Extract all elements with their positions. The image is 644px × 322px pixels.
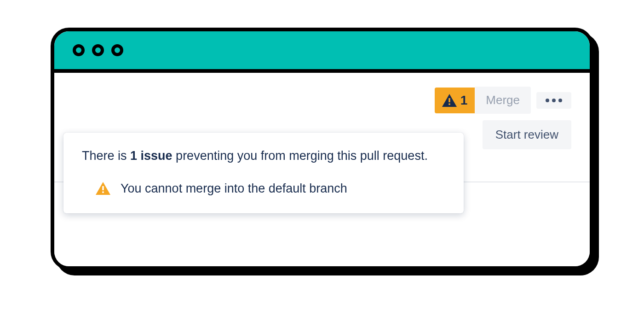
warning-count: 1: [460, 93, 468, 108]
popover-heading-suffix: preventing you from merging this pull re…: [172, 149, 428, 163]
more-actions-button[interactable]: [536, 92, 571, 109]
ellipsis-icon: [546, 99, 562, 102]
issue-text: You cannot merge into the default branch: [121, 181, 347, 196]
popover-heading-bold: 1 issue: [130, 149, 172, 163]
start-review-button[interactable]: Start review: [483, 120, 571, 149]
window-title-bar: [54, 31, 590, 73]
window-body: 1 Merge Start review There is 1 issue pr…: [54, 73, 590, 266]
warning-icon: [96, 182, 110, 195]
merge-warning-badge[interactable]: 1: [435, 88, 475, 113]
svg-rect-1: [448, 103, 450, 105]
svg-rect-0: [448, 98, 450, 102]
traffic-light-dot: [92, 44, 104, 56]
merge-button[interactable]: Merge: [475, 87, 531, 114]
popover-heading-prefix: There is: [82, 149, 130, 163]
issue-row: You cannot merge into the default branch: [82, 181, 445, 196]
merge-issues-popover: There is 1 issue preventing you from mer…: [63, 133, 464, 213]
svg-rect-3: [102, 192, 104, 193]
svg-rect-2: [102, 186, 104, 190]
traffic-light-dot: [73, 44, 85, 56]
popover-heading: There is 1 issue preventing you from mer…: [82, 147, 445, 165]
app-window: 1 Merge Start review There is 1 issue pr…: [51, 28, 593, 270]
pr-action-toolbar: 1 Merge: [73, 87, 571, 114]
warning-icon: [442, 94, 457, 107]
traffic-light-dot: [111, 44, 123, 56]
